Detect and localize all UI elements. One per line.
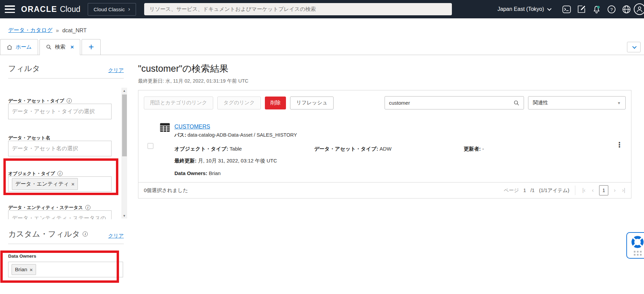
breadcrumb-current: dcat_NRT xyxy=(62,28,87,34)
tab-close-icon[interactable]: × xyxy=(70,44,74,51)
notification-dot xyxy=(597,6,600,8)
next-page-icon: › xyxy=(613,187,616,193)
search-results-main: "customer"の検索結果 最終更新日: 水, 11月 02, 2022, … xyxy=(138,55,644,294)
selection-count-text: 0個選択されました xyxy=(144,187,188,194)
topbar: ORACLE Cloud Cloud Classic › Japan East … xyxy=(0,0,644,18)
entity-status-field[interactable] xyxy=(8,210,112,219)
globe-icon[interactable] xyxy=(619,2,634,16)
page-label: ページ xyxy=(504,187,519,194)
breadcrumb-separator: » xyxy=(56,28,59,34)
remove-chip-icon[interactable]: × xyxy=(71,181,74,187)
result-object-type: オブジェクト・タイプ: Table xyxy=(174,146,314,152)
prev-page-icon: ‹ xyxy=(591,187,595,193)
info-icon[interactable]: i xyxy=(83,231,88,237)
tab-search[interactable]: 検索 × xyxy=(39,39,80,55)
object-type-chip: データ・エンティティ × xyxy=(12,178,78,190)
result-path: パス: data-catalog-ADB-Data-Asset / SALES_… xyxy=(174,132,626,138)
scrollbar-thumb[interactable] xyxy=(122,94,127,156)
topbar-right: Japan East (Tokyo) ? xyxy=(497,2,639,16)
data-owners-label: Data Owners xyxy=(8,254,133,259)
refresh-button[interactable]: リフレッシュ xyxy=(290,97,334,109)
data-asset-type-field[interactable] xyxy=(8,104,112,119)
tab-add-button[interactable]: + xyxy=(82,39,101,55)
home-icon xyxy=(6,44,13,50)
chevron-right-icon: › xyxy=(128,7,130,11)
page-title: "customer"の検索結果 xyxy=(138,63,644,75)
info-icon[interactable]: i xyxy=(57,171,63,176)
data-owners-field[interactable]: Brian × xyxy=(8,262,123,277)
global-search-input[interactable] xyxy=(150,6,446,12)
link-terms-button: 用語とカテゴリのリンク xyxy=(144,97,213,109)
data-asset-name-label: データ・アセット名 xyxy=(8,135,112,141)
tab-home-label: ホーム xyxy=(16,44,32,51)
scroll-up-icon[interactable]: ▲ xyxy=(121,88,127,93)
last-updated-text: 最終更新日: 水, 11月 02, 2022, 01:31:19 午前 UTC xyxy=(138,78,644,84)
data-asset-type-label: データ・アセット・タイプ i xyxy=(8,98,112,104)
result-row: CUSTOMERS パス: data-catalog-ADB-Data-Asse… xyxy=(138,115,631,182)
life-ring-icon xyxy=(631,236,644,248)
region-label: Japan East (Tokyo) xyxy=(497,6,544,12)
user-avatar[interactable] xyxy=(634,3,644,15)
svg-text:?: ? xyxy=(610,7,613,12)
object-type-field[interactable]: データ・エンティティ × xyxy=(8,176,112,192)
tab-home[interactable]: ホーム xyxy=(0,39,38,55)
menu-icon[interactable] xyxy=(5,5,15,13)
page-current-text: 1 xyxy=(523,188,526,193)
link-tags-button: タグのリンク xyxy=(217,97,261,109)
kebab-menu-icon[interactable]: ⋮ xyxy=(616,141,623,148)
result-name-link[interactable]: CUSTOMERS xyxy=(174,123,210,130)
search-icon xyxy=(46,44,52,50)
data-asset-type-input[interactable] xyxy=(12,108,108,115)
results-toolbar: 用語とカテゴリのリンク タグのリンク 削除 リフレッシュ 関連性 ▼ xyxy=(138,90,631,115)
results-card: 用語とカテゴリのリンク タグのリンク 削除 リフレッシュ 関連性 ▼ xyxy=(138,90,631,198)
page-number-box[interactable]: 1 xyxy=(599,185,608,195)
filters-clear-link[interactable]: クリア xyxy=(108,67,124,74)
page-total-text: /1 xyxy=(530,188,535,193)
first-page-icon: |‹ xyxy=(581,187,586,193)
results-search-box[interactable] xyxy=(385,96,524,109)
entity-status-input[interactable] xyxy=(12,215,108,219)
result-checkbox[interactable] xyxy=(148,143,153,149)
breadcrumb: データ・カタログ » dcat_NRT xyxy=(0,18,644,39)
result-asset-type: データ・アセット・タイプ: ADW xyxy=(314,146,464,152)
delete-button[interactable]: 削除 xyxy=(265,97,286,109)
oracle-cloud-logo[interactable]: ORACLE Cloud xyxy=(21,5,80,14)
entity-status-label: データ・エンティティ・ステータス i xyxy=(8,205,112,210)
page-items-text: (1/1アイテム) xyxy=(539,187,569,194)
scroll-down-icon[interactable]: ▼ xyxy=(121,213,127,219)
result-meta-row: オブジェクト・タイプ: Table データ・アセット・タイプ: ADW 更新者:… xyxy=(174,146,626,152)
results-search-input[interactable] xyxy=(389,100,513,106)
data-owners-chip: Brian × xyxy=(12,264,36,275)
announcements-icon[interactable] xyxy=(574,2,589,16)
info-icon[interactable]: i xyxy=(85,205,90,210)
dropdown-arrow-icon: ▼ xyxy=(617,101,621,105)
sidebar-scrollbar[interactable]: ▲ ▼ xyxy=(121,88,127,219)
remove-chip-icon[interactable]: × xyxy=(30,267,33,272)
filters-header: フィルタ クリア xyxy=(0,55,133,78)
info-icon[interactable]: i xyxy=(67,98,72,103)
cloud-classic-button[interactable]: Cloud Classic › xyxy=(88,3,136,16)
help-launcher-widget[interactable] xyxy=(626,232,644,259)
help-icon[interactable]: ? xyxy=(604,2,619,16)
data-asset-name-input[interactable] xyxy=(12,145,108,152)
drag-handle-dots-icon[interactable] xyxy=(634,251,642,256)
result-data-owners: Data Owners: Brian xyxy=(174,170,626,176)
filter-sidebar: フィルタ クリア データ・アセット・タイプ i データ・アセット名 オブジェクト… xyxy=(0,55,133,294)
last-page-icon: ›| xyxy=(621,187,626,193)
custom-filters-clear-link[interactable]: クリア xyxy=(108,233,124,239)
object-type-label: オブジェクト・タイプ i xyxy=(8,171,112,176)
divider xyxy=(575,186,575,195)
filters-title: フィルタ xyxy=(8,63,40,74)
breadcrumb-data-catalog-link[interactable]: データ・カタログ xyxy=(8,27,52,34)
cloud-shell-icon[interactable] xyxy=(559,2,574,16)
global-search-box[interactable] xyxy=(144,3,452,15)
region-selector[interactable]: Japan East (Tokyo) xyxy=(497,6,550,12)
sort-select[interactable]: 関連性 ▼ xyxy=(528,96,626,109)
tab-overflow-button[interactable] xyxy=(627,42,641,52)
tab-search-label: 検索 xyxy=(55,44,65,51)
filters-scroll-area: データ・アセット・タイプ i データ・アセット名 オブジェクト・タイプ i デー… xyxy=(0,79,133,219)
data-asset-name-field[interactable] xyxy=(8,141,112,156)
notifications-bell-icon[interactable] xyxy=(589,2,604,16)
sort-select-value: 関連性 xyxy=(533,100,548,106)
brand-oracle: ORACLE xyxy=(21,5,57,14)
